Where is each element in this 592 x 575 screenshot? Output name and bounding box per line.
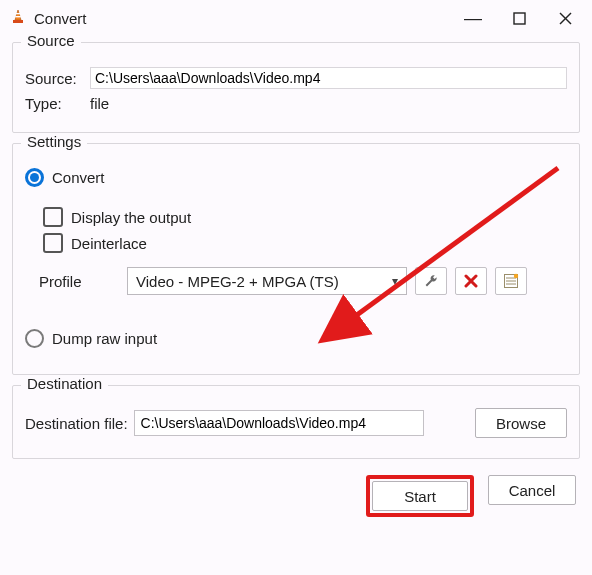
svg-rect-3 bbox=[13, 20, 23, 23]
source-group: Source Source: Type: file bbox=[12, 42, 580, 133]
profile-label: Profile bbox=[39, 273, 119, 290]
edit-profile-button[interactable] bbox=[415, 267, 447, 295]
start-button[interactable]: Start bbox=[372, 481, 468, 511]
vlc-icon bbox=[10, 9, 26, 28]
settings-group: Settings Convert Display the output Dein… bbox=[12, 143, 580, 375]
type-value: file bbox=[90, 95, 109, 112]
titlebar: Convert — bbox=[0, 0, 592, 36]
x-icon bbox=[464, 274, 478, 288]
destination-label: Destination file: bbox=[25, 415, 128, 432]
dump-raw-radio[interactable] bbox=[25, 329, 44, 348]
svg-marker-0 bbox=[15, 10, 21, 20]
close-button[interactable] bbox=[542, 1, 588, 35]
type-label: Type: bbox=[25, 95, 90, 112]
minimize-button[interactable]: — bbox=[450, 1, 496, 35]
settings-group-label: Settings bbox=[21, 133, 87, 150]
svg-rect-4 bbox=[514, 13, 525, 24]
maximize-button[interactable] bbox=[496, 1, 542, 35]
display-output-label: Display the output bbox=[71, 209, 191, 226]
wrench-icon bbox=[423, 273, 439, 289]
source-group-label: Source bbox=[21, 32, 81, 49]
source-label: Source: bbox=[25, 70, 90, 87]
profile-select[interactable]: Video - MPEG-2 + MPGA (TS) bbox=[127, 267, 407, 295]
svg-rect-1 bbox=[16, 13, 20, 14]
deinterlace-label: Deinterlace bbox=[71, 235, 147, 252]
delete-profile-button[interactable] bbox=[455, 267, 487, 295]
dialog-footer: Start Cancel bbox=[0, 469, 592, 527]
svg-point-13 bbox=[514, 274, 518, 278]
dump-raw-label: Dump raw input bbox=[52, 330, 157, 347]
deinterlace-checkbox[interactable] bbox=[43, 233, 63, 253]
cancel-button[interactable]: Cancel bbox=[488, 475, 576, 505]
display-output-checkbox[interactable] bbox=[43, 207, 63, 227]
list-icon bbox=[503, 273, 519, 289]
start-highlight: Start bbox=[366, 475, 474, 517]
destination-group: Destination Destination file: Browse bbox=[12, 385, 580, 459]
new-profile-button[interactable] bbox=[495, 267, 527, 295]
destination-group-label: Destination bbox=[21, 375, 108, 392]
svg-rect-2 bbox=[15, 16, 21, 17]
source-input[interactable] bbox=[90, 67, 567, 89]
window-controls: — bbox=[450, 1, 588, 35]
browse-button[interactable]: Browse bbox=[475, 408, 567, 438]
convert-label: Convert bbox=[52, 169, 105, 186]
destination-input[interactable] bbox=[134, 410, 424, 436]
convert-radio[interactable] bbox=[25, 168, 44, 187]
window-title: Convert bbox=[34, 10, 87, 27]
